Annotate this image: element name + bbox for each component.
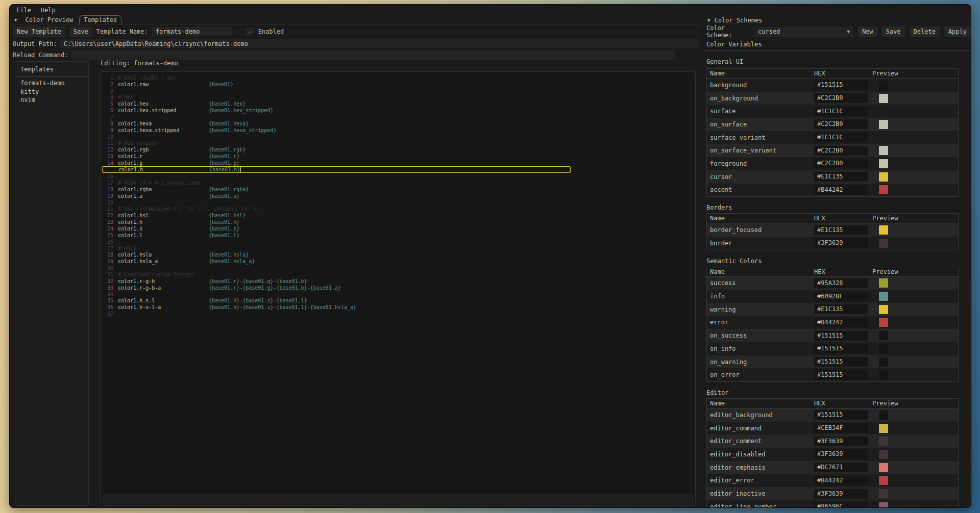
- color-swatch[interactable]: [879, 450, 888, 459]
- color-hex-input[interactable]: #151515: [814, 357, 868, 367]
- color-hex-input[interactable]: #1C1C1C: [814, 107, 868, 116]
- editor-line[interactable]: 13color1.r{base01.r}: [102, 153, 695, 160]
- color-hex-input[interactable]: #1C1C1C: [814, 133, 868, 142]
- output-path-input[interactable]: C:\Users\user\AppData\Roaming\clrsync\fo…: [60, 39, 698, 48]
- editor-line[interactable]: 14color1.g{base01.g}: [102, 160, 695, 166]
- color-swatch[interactable]: [879, 94, 888, 103]
- editor-line[interactable]: 23color1.h{base01.h}: [102, 219, 695, 225]
- color-hex-input[interactable]: #60928F: [814, 292, 868, 301]
- editor-line[interactable]: 24color1.s{base01.s}: [102, 225, 695, 232]
- enabled-checkbox[interactable]: ✓: [247, 28, 254, 36]
- color-swatch[interactable]: [879, 344, 888, 353]
- editor-line[interactable]: 4# HEX: [102, 94, 695, 101]
- color-swatch[interactable]: [879, 357, 888, 367]
- color-swatch[interactable]: [879, 278, 888, 288]
- color-swatch[interactable]: [879, 424, 888, 433]
- color-hex-input[interactable]: #C2C2B0: [814, 146, 868, 156]
- color-hex-input[interactable]: #E1C135: [814, 172, 868, 182]
- editor-line[interactable]: 9color1.hexa.stripped{base01.hexa_stripp…: [102, 127, 695, 134]
- color-hex-input[interactable]: #151515: [814, 410, 868, 420]
- editor-line[interactable]: 35color1.h-s-l{base01.h}-{base01.s}-{bas…: [102, 297, 695, 304]
- editor-line[interactable]: 12color1.rgb{base01.rgb}: [102, 146, 695, 153]
- editor-line[interactable]: 18color1.rgba{base01.rgba}: [102, 186, 695, 193]
- color-swatch[interactable]: [879, 225, 888, 235]
- scheme-save-button[interactable]: Save: [882, 27, 905, 37]
- color-hex-input[interactable]: #DC7671: [814, 463, 868, 472]
- color-swatch[interactable]: [879, 370, 888, 379]
- color-swatch[interactable]: [879, 146, 888, 155]
- color-hex-input[interactable]: #CEB34F: [814, 423, 868, 433]
- collapse-arrow-icon[interactable]: ▼: [14, 17, 17, 22]
- color-hex-input[interactable]: #86596C: [814, 502, 868, 507]
- color-hex-input[interactable]: #B44242: [814, 318, 868, 327]
- editor-line[interactable]: 25color1.l{base01.l}: [102, 232, 695, 239]
- new-template-button[interactable]: New Template: [13, 27, 65, 37]
- color-hex-input[interactable]: #C2C2B0: [814, 159, 868, 168]
- editor-line[interactable]: 33color1.r-g-b-a{base01.r}-{base01.g}-{b…: [102, 285, 695, 291]
- editor-line[interactable]: 1# BASE COLORS (raw): [102, 74, 695, 81]
- template-list-item[interactable]: nvim: [15, 96, 88, 105]
- editor-line[interactable]: 6color1.hex.stripped{base01.hex_stripped…: [102, 107, 695, 114]
- editor-line[interactable]: 8color1.hexa{base01.hexa}: [102, 120, 695, 127]
- color-swatch[interactable]: [879, 437, 888, 446]
- editor-line[interactable]: 31# Combined custom formats: [102, 271, 695, 278]
- editor-line[interactable]: 11# RGB (0-255): [102, 140, 695, 146]
- color-swatch[interactable]: [879, 305, 888, 314]
- color-swatch[interactable]: [879, 81, 888, 90]
- color-hex-input[interactable]: #C2C2B0: [814, 93, 868, 103]
- editor-line[interactable]: 10: [102, 134, 695, 140]
- color-swatch[interactable]: [879, 133, 888, 142]
- editor-line[interactable]: 21# HSL (normalized 0-1 for s,l, integer…: [102, 206, 695, 213]
- menu-item-file[interactable]: File: [16, 7, 31, 14]
- color-hex-input[interactable]: #151515: [814, 80, 868, 90]
- color-swatch[interactable]: [879, 185, 888, 194]
- color-swatch[interactable]: [879, 318, 888, 327]
- color-hex-input[interactable]: #95A328: [814, 278, 868, 288]
- editor-line[interactable]: 3: [102, 88, 695, 94]
- color-hex-input[interactable]: #151515: [814, 331, 868, 341]
- editor-line[interactable]: 28color1.hsla{base01.hsla}: [102, 251, 695, 258]
- color-swatch[interactable]: [879, 489, 888, 498]
- color-swatch[interactable]: [879, 239, 888, 248]
- template-list-item[interactable]: formats-demo: [15, 79, 88, 88]
- horizontal-scrollbar[interactable]: [102, 494, 694, 504]
- color-swatch[interactable]: [879, 107, 888, 116]
- color-hex-input[interactable]: #B44242: [814, 185, 868, 195]
- editor-line[interactable]: 26: [102, 239, 695, 245]
- color-swatch[interactable]: [879, 411, 888, 420]
- save-template-button[interactable]: Save: [69, 27, 92, 37]
- color-swatch[interactable]: [879, 476, 888, 485]
- color-hex-input[interactable]: #3F3639: [814, 238, 868, 248]
- color-swatch[interactable]: [879, 331, 888, 340]
- editor-line[interactable]: 29color1.hsla_a{base01.hsla_a}: [102, 258, 695, 265]
- editor-line[interactable]: 22color1.hsl{base01.hsl}: [102, 212, 695, 219]
- editor-line[interactable]: 17# RGBA (A = 0-1 normalized): [102, 179, 695, 186]
- scheme-apply-button[interactable]: Apply: [944, 27, 971, 37]
- menu-item-help[interactable]: Help: [41, 7, 56, 14]
- color-hex-input[interactable]: #E1C135: [814, 304, 868, 314]
- color-hex-input[interactable]: #151515: [814, 344, 868, 353]
- scheme-delete-button[interactable]: Delete: [910, 27, 940, 37]
- template-editor[interactable]: 1# BASE COLORS (raw)2color1.raw{base01}3…: [101, 71, 696, 506]
- editor-line[interactable]: 2color1.raw{base01}: [102, 81, 695, 88]
- color-hex-input[interactable]: #151515: [814, 370, 868, 380]
- color-hex-input[interactable]: #3F3639: [814, 489, 868, 499]
- editor-line[interactable]: 36color1.h-s-l-a{base01.h}-{base01.s}-{b…: [102, 304, 695, 311]
- color-swatch[interactable]: [879, 172, 888, 182]
- color-swatch[interactable]: [879, 292, 888, 301]
- color-swatch[interactable]: [879, 502, 888, 507]
- color-hex-input[interactable]: #E1C135: [814, 225, 868, 235]
- color-hex-input[interactable]: #B44242: [814, 476, 868, 485]
- editor-line[interactable]: 27# HSLA: [102, 245, 695, 252]
- template-list-item[interactable]: kitty: [15, 88, 88, 96]
- color-scheme-combo[interactable]: cursed ▼: [754, 27, 853, 37]
- editor-line[interactable]: 19color1.a{base01.a}: [102, 193, 695, 199]
- color-swatch[interactable]: [879, 159, 888, 168]
- color-swatch[interactable]: [879, 463, 888, 472]
- editor-line[interactable]: 20: [102, 199, 695, 206]
- editor-line[interactable]: 34: [102, 291, 695, 298]
- editor-line[interactable]: 30: [102, 265, 695, 271]
- scheme-new-button[interactable]: New: [858, 27, 877, 37]
- editor-line[interactable]: 5color1.hex{base01.hex}: [102, 100, 695, 107]
- color-hex-input[interactable]: #3F3639: [814, 437, 868, 446]
